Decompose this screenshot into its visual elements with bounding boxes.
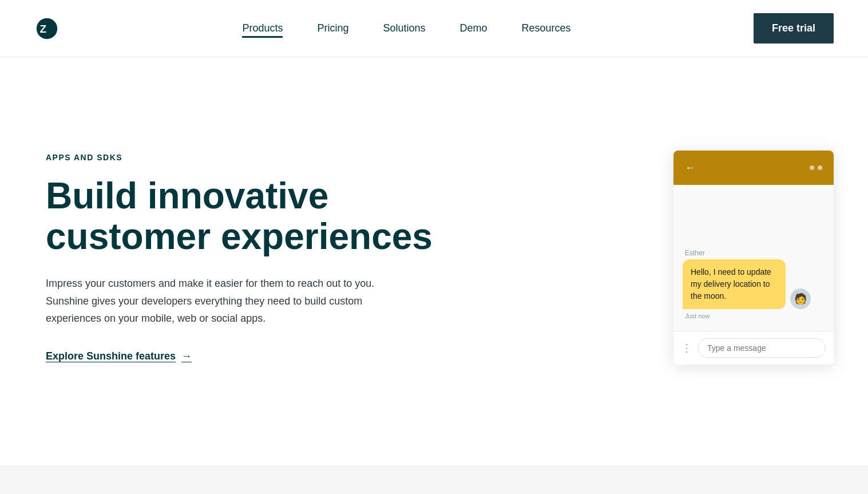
logo[interactable]: Z (34, 16, 60, 41)
chat-menu-icon[interactable]: ⋮ (681, 342, 692, 354)
chat-body: Esther Hello, I need to update my delive… (673, 185, 834, 331)
nav-item-demo[interactable]: Demo (460, 22, 487, 34)
chat-footer: ⋮ (673, 331, 834, 365)
nav-item-resources[interactable]: Resources (522, 22, 571, 34)
chat-bubble: Hello, I need to update my delivery loca… (683, 259, 786, 309)
nav-item-pricing[interactable]: Pricing (317, 22, 348, 34)
chat-widget: ← Esther Hello, I need to update my deli… (673, 151, 834, 365)
avatar: 🧑 (790, 289, 811, 309)
chat-sender-name: Esther (683, 249, 825, 257)
nav-item-solutions[interactable]: Solutions (383, 22, 425, 34)
main-nav: Z Products Pricing Solutions Demo Resour… (0, 0, 868, 57)
chat-message-block: Esther Hello, I need to update my delive… (683, 249, 825, 319)
svg-text:Z: Z (40, 22, 47, 34)
chat-back-icon[interactable]: ← (685, 162, 695, 174)
chat-timestamp: Just now (683, 313, 825, 319)
arrow-icon: → (181, 350, 192, 362)
chat-spacer (683, 196, 825, 242)
bottom-bar (0, 465, 868, 494)
chat-header-right (810, 165, 822, 170)
free-trial-button[interactable]: Free trial (754, 13, 834, 44)
nav-links: Products Pricing Solutions Demo Resource… (242, 22, 570, 34)
hero-description: Impress your customers and make it easie… (46, 275, 378, 327)
chat-header: ← (673, 151, 834, 185)
hero-eyebrow: APPS AND SDKS (46, 153, 433, 162)
chat-input[interactable] (697, 338, 826, 358)
hero-title-line1: Build innovative (46, 175, 328, 216)
hero-section: APPS AND SDKS Build innovative customer … (0, 57, 868, 458)
explore-sunshine-link[interactable]: Explore Sunshine features → (46, 350, 192, 362)
chat-dot-1 (810, 165, 814, 170)
chat-dot-2 (818, 165, 822, 170)
hero-title-line2: customer experiences (46, 216, 433, 257)
nav-item-products[interactable]: Products (242, 22, 283, 34)
hero-title: Build innovative customer experiences (46, 176, 433, 256)
hero-content: APPS AND SDKS Build innovative customer … (46, 153, 433, 362)
chat-bubble-row: Hello, I need to update my delivery loca… (683, 259, 825, 309)
